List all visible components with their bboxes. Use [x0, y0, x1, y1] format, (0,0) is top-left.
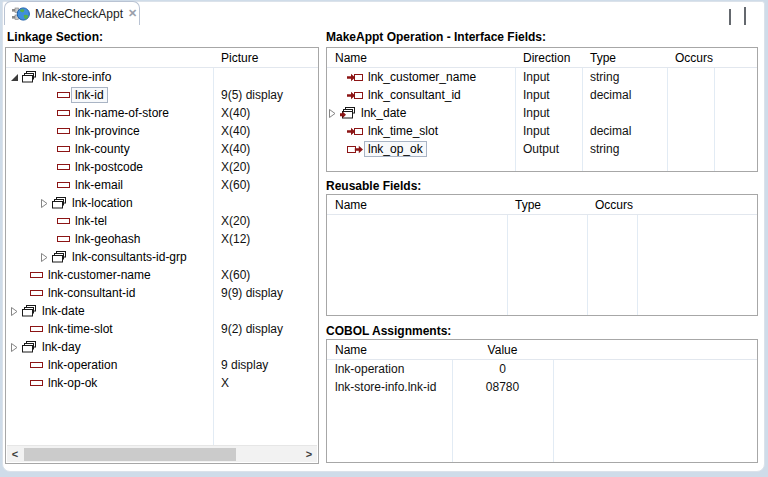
item-label: lnk_op_ok: [364, 141, 427, 157]
field-icon: [57, 109, 70, 117]
tree-row[interactable]: lnk-id9(5) display: [6, 86, 318, 104]
tree-row[interactable]: lnk-op-okX: [6, 374, 318, 392]
output-field-icon: [347, 145, 363, 154]
table-row[interactable]: lnk_time_slotInputdecimal: [327, 122, 757, 140]
collapsed-arrow-icon[interactable]: [10, 343, 19, 352]
column-header-name[interactable]: Name: [6, 48, 213, 67]
tree-row[interactable]: lnk-store-info: [6, 68, 318, 86]
tree-row[interactable]: lnk-time-slot9(2) display: [6, 320, 318, 338]
column-header-occurs[interactable]: Occurs: [587, 195, 637, 214]
field-icon: [57, 145, 70, 153]
name-cell: lnk-store-info: [6, 70, 213, 84]
column-header-name[interactable]: Name: [327, 340, 452, 359]
value-cell: 9(5) display: [213, 88, 313, 102]
value-cell: Output: [515, 142, 582, 156]
horizontal-scrollbar[interactable]: < >: [7, 445, 317, 462]
item-label: lnk-postcode: [75, 160, 143, 174]
item-label: lnk-day: [42, 340, 81, 354]
maximize-view-button[interactable]: [744, 10, 746, 24]
value-cell: 9 display: [213, 358, 313, 372]
value-cell: string: [582, 70, 667, 84]
collapsed-arrow-icon[interactable]: [40, 253, 49, 262]
item-label: lnk-operation: [48, 358, 117, 372]
value-cell: X(40): [213, 124, 313, 138]
table-row[interactable]: lnk_dateInput: [327, 104, 757, 122]
name-cell: lnk_op_ok: [327, 141, 515, 157]
group-icon: [22, 341, 37, 353]
table-row[interactable]: lnk_op_okOutputstring: [327, 140, 757, 158]
item-label: lnk-tel: [75, 214, 107, 228]
column-header-picture[interactable]: Picture: [213, 48, 313, 67]
item-label: lnk_customer_name: [368, 70, 476, 84]
editor-view: MakeCheckAppt ✕ Linkage Section: MakeApp…: [2, 1, 765, 472]
scroll-right-icon[interactable]: >: [301, 446, 317, 462]
column-header-direction[interactable]: Direction: [515, 48, 582, 67]
value-cell: Input: [515, 70, 582, 84]
tree-row[interactable]: lnk-consultant-id9(9) display: [6, 284, 318, 302]
value-cell: X(12): [213, 232, 313, 246]
item-label: lnk-county: [75, 142, 130, 156]
table-row[interactable]: lnk_customer_nameInputstring: [327, 68, 757, 86]
value-cell: lnk-operation: [327, 362, 452, 376]
cobol-rows: lnk-operation0lnk-store-info.lnk-id08780: [327, 360, 757, 396]
minimize-view-button[interactable]: [729, 10, 731, 24]
table-row[interactable]: lnk_consultant_idInputdecimal: [327, 86, 757, 104]
tree-row[interactable]: lnk-emailX(60): [6, 176, 318, 194]
group-icon: [22, 71, 37, 83]
expanded-arrow-icon[interactable]: [10, 73, 19, 82]
value-cell: 08780: [452, 380, 553, 394]
value-cell: decimal: [582, 88, 667, 102]
field-icon: [57, 217, 70, 225]
name-cell: lnk-postcode: [6, 160, 213, 174]
column-header-occurs[interactable]: Occurs: [667, 48, 714, 67]
field-icon: [30, 289, 43, 297]
tree-row[interactable]: lnk-day: [6, 338, 318, 356]
value-cell: Input: [515, 106, 582, 120]
value-cell: X(60): [213, 178, 313, 192]
item-label: lnk-geohash: [75, 232, 140, 246]
tree-row[interactable]: lnk-name-of-storeX(40): [6, 104, 318, 122]
reusable-table-header: Name Type Occurs: [327, 195, 757, 215]
reusable-fields-table: Name Type Occurs: [326, 194, 758, 316]
tree-row[interactable]: lnk-location: [6, 194, 318, 212]
value-cell: string: [582, 142, 667, 156]
view-tab-makecheckappt[interactable]: MakeCheckAppt ✕: [4, 1, 140, 25]
name-cell: lnk-time-slot: [6, 322, 213, 336]
table-row[interactable]: lnk-operation0: [327, 360, 757, 378]
collapsed-arrow-icon[interactable]: [40, 199, 49, 208]
column-header-value[interactable]: Value: [452, 340, 553, 359]
table-row[interactable]: lnk-store-info.lnk-id08780: [327, 378, 757, 396]
collapsed-arrow-icon[interactable]: [10, 307, 19, 316]
tree-row[interactable]: lnk-geohashX(12): [6, 230, 318, 248]
tree-row[interactable]: lnk-consultants-id-grp: [6, 248, 318, 266]
name-cell: lnk-id: [6, 87, 213, 103]
collapsed-arrow-icon[interactable]: [328, 109, 337, 118]
tree-row[interactable]: lnk-telX(20): [6, 212, 318, 230]
linkage-rows: lnk-store-infolnk-id9(5) displaylnk-name…: [6, 68, 318, 392]
name-cell: lnk-operation: [6, 358, 213, 372]
column-header-type[interactable]: Type: [582, 48, 667, 67]
scroll-thumb[interactable]: [24, 448, 236, 461]
value-cell: X(40): [213, 142, 313, 156]
tree-row[interactable]: lnk-operation9 display: [6, 356, 318, 374]
tree-row[interactable]: lnk-countyX(40): [6, 140, 318, 158]
column-header-name[interactable]: Name: [327, 48, 515, 67]
name-cell: lnk-county: [6, 142, 213, 156]
scroll-left-icon[interactable]: <: [7, 446, 23, 462]
linkage-section-label: Linkage Section:: [7, 30, 103, 44]
name-cell: lnk-location: [6, 196, 213, 210]
cobol-table-header: Name Value: [327, 340, 757, 360]
tree-row[interactable]: lnk-provinceX(40): [6, 122, 318, 140]
column-header-type[interactable]: Type: [507, 195, 587, 214]
item-label: lnk-id: [71, 87, 108, 103]
tree-row[interactable]: lnk-customer-nameX(60): [6, 266, 318, 284]
value-cell: decimal: [582, 124, 667, 138]
interface-fields-label: MakeAppt Operation - Interface Fields:: [326, 30, 546, 44]
value-cell: Input: [515, 88, 582, 102]
item-label: lnk-email: [75, 178, 123, 192]
tab-close-icon[interactable]: ✕: [128, 8, 137, 19]
column-header-name[interactable]: Name: [327, 195, 507, 214]
value-cell: X(60): [213, 268, 313, 282]
tree-row[interactable]: lnk-date: [6, 302, 318, 320]
tree-row[interactable]: lnk-postcodeX(20): [6, 158, 318, 176]
